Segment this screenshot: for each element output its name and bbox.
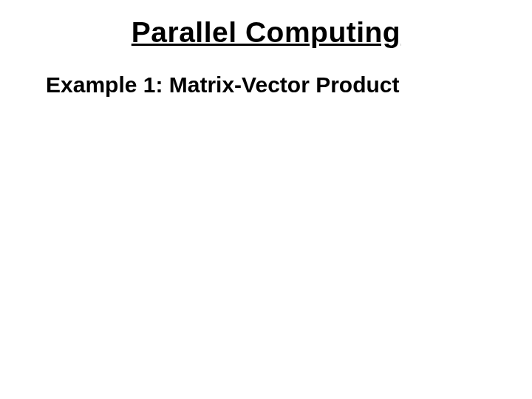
slide-container: Parallel Computing Example 1: Matrix-Vec… bbox=[0, 0, 532, 399]
slide-title: Parallel Computing bbox=[0, 16, 532, 49]
slide-subtitle: Example 1: Matrix-Vector Product bbox=[46, 72, 532, 98]
